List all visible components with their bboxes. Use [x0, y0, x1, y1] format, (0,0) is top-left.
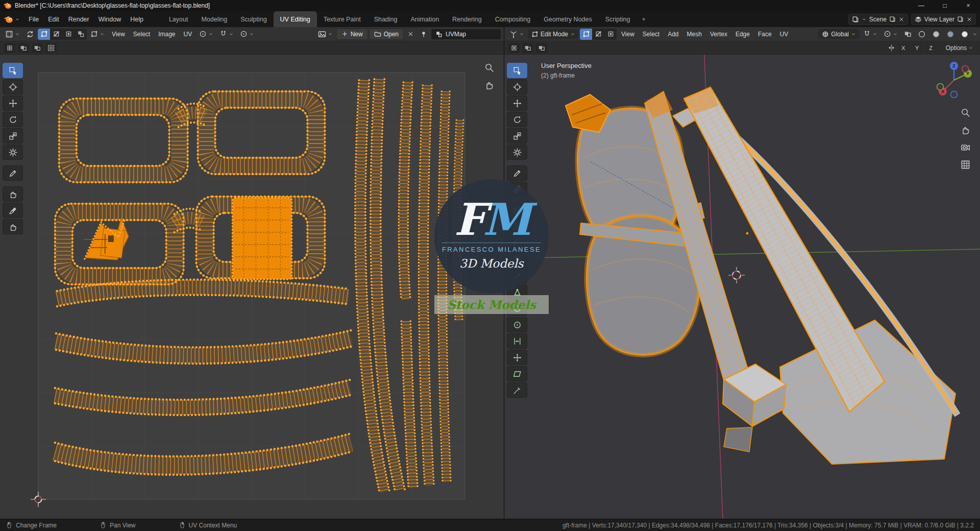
workspace-tab-geometry-nodes[interactable]: Geometry Nodes [537, 11, 598, 27]
vp-tool-knife[interactable] [507, 268, 527, 283]
browse-image-dropdown[interactable] [315, 29, 335, 40]
vp-tool-loop-cut[interactable] [507, 252, 527, 267]
minimize-button[interactable]: — [910, 0, 933, 11]
vp-tool-spin[interactable] [507, 301, 527, 316]
vp-tool-smooth[interactable] [507, 317, 527, 332]
vp-select-option-subtract[interactable] [536, 43, 547, 53]
vp-select-option-new[interactable] [508, 43, 520, 53]
menu-edit[interactable]: Edit [43, 11, 64, 27]
menu-window[interactable]: Window [94, 11, 126, 27]
uv-tool-annotate[interactable] [3, 165, 23, 181]
uv-map-selector[interactable]: UVMap [431, 29, 501, 40]
uv-tool-cursor[interactable] [3, 79, 23, 94]
uv-select-mode-face[interactable] [62, 29, 75, 40]
uv-tool-pinch-brush[interactable] [3, 219, 23, 234]
vp-menu-select[interactable]: Select [639, 29, 663, 39]
uv-editor-type-button[interactable] [3, 29, 22, 40]
uv-sticky-selection-dropdown[interactable] [88, 29, 107, 39]
mirror-x-toggle[interactable]: X [898, 43, 909, 53]
uv-menu-image[interactable]: Image [155, 29, 179, 39]
vp-tool-scale[interactable] [507, 128, 527, 143]
mesh-select-mode-vertex[interactable] [580, 29, 592, 40]
workspace-tab-rendering[interactable]: Rendering [446, 11, 488, 27]
vp-tool-rip-region[interactable] [507, 382, 527, 398]
workspace-tab-texture-paint[interactable]: Texture Paint [317, 11, 368, 27]
workspace-tab-modeling[interactable]: Modeling [194, 11, 234, 27]
vp-tool-poly-build[interactable] [507, 284, 527, 300]
vp-tool-move[interactable] [507, 95, 527, 111]
vp-snap-dropdown[interactable] [861, 29, 880, 39]
uv-tool-transform[interactable] [3, 144, 23, 160]
vp-tool-extrude-region[interactable] [507, 203, 527, 218]
vp-tool-select-box[interactable] [507, 63, 527, 78]
vp-menu-face[interactable]: Face [754, 29, 775, 39]
mesh-select-mode-edge[interactable] [592, 29, 604, 40]
uv-canvas[interactable] [0, 55, 504, 519]
uv-snap-dropdown[interactable] [217, 29, 236, 39]
uv-zoom-icon[interactable] [482, 61, 496, 74]
uv-menu-view[interactable]: View [108, 29, 129, 39]
gizmo-z-neg[interactable] [951, 91, 958, 98]
vp-ortho-toggle-icon[interactable] [959, 158, 972, 171]
uv-select-mode-island[interactable] [75, 29, 87, 40]
transform-orientation-dropdown[interactable]: Global [818, 29, 860, 39]
open-image-button[interactable]: Open [369, 29, 404, 40]
remove-view-layer-icon[interactable] [966, 16, 972, 22]
vp-menu-add[interactable]: Add [664, 29, 682, 39]
workspace-tab-uv-editing[interactable]: UV Editing [274, 11, 317, 27]
shading-material-button[interactable] [944, 29, 957, 40]
uv-select-option-subtract[interactable] [32, 43, 43, 53]
mesh-select-mode-face[interactable] [604, 29, 617, 40]
workspace-tab-sculpting[interactable]: Sculpting [234, 11, 273, 27]
mirror-z-toggle[interactable]: Z [925, 43, 937, 53]
uv-proportional-edit-dropdown[interactable] [237, 29, 257, 39]
menu-help[interactable]: Help [126, 11, 148, 27]
uv-menu-uv[interactable]: UV [180, 29, 196, 39]
new-view-layer-icon[interactable] [957, 16, 964, 22]
mirror-y-toggle[interactable]: Y [912, 43, 923, 53]
vp-tool-measure[interactable] [507, 182, 527, 197]
uv-select-option-extend[interactable] [18, 43, 29, 53]
vp-menu-uv[interactable]: UV [776, 29, 792, 39]
viewport-canvas[interactable]: User Perspective (2) gft-frame Z Y [504, 55, 980, 519]
uv-tool-move[interactable] [3, 95, 23, 111]
vp-tool-inset-faces[interactable] [507, 219, 527, 234]
uv-select-option-new[interactable] [4, 43, 15, 53]
uv-sync-selection-toggle[interactable] [23, 29, 37, 40]
vp-tool-cursor[interactable] [507, 79, 527, 94]
options-dropdown[interactable]: Options [943, 43, 976, 53]
viewport-editor-type-button[interactable] [507, 29, 527, 40]
navigation-gizmo[interactable]: Z Y X [934, 60, 974, 100]
vp-menu-edge[interactable]: Edge [732, 29, 753, 39]
vp-tool-rotate[interactable] [507, 112, 527, 127]
new-scene-icon[interactable] [889, 16, 896, 22]
vp-menu-mesh[interactable]: Mesh [683, 29, 705, 39]
pin-image-button[interactable] [418, 29, 430, 39]
add-workspace-button[interactable]: + [636, 11, 650, 27]
uv-tool-relax-brush[interactable] [3, 203, 23, 218]
new-image-button[interactable]: New [336, 29, 368, 40]
close-button[interactable]: × [957, 0, 980, 11]
uv-select-mode-edge[interactable] [50, 29, 62, 40]
workspace-tab-layout[interactable]: Layout [162, 11, 195, 27]
uv-pivot-dropdown[interactable] [197, 29, 216, 39]
uv-pan-hand-icon[interactable] [482, 78, 496, 91]
vp-camera-view-icon[interactable] [959, 140, 972, 154]
vp-tool-shear[interactable] [507, 366, 527, 381]
vp-tool-shrink-fatten[interactable] [507, 350, 527, 365]
vp-tool-annotate[interactable] [507, 165, 527, 181]
xray-toggle[interactable] [901, 29, 914, 39]
menu-render[interactable]: Render [64, 11, 94, 27]
blender-app-menu[interactable] [0, 11, 24, 27]
maximize-button[interactable]: □ [933, 0, 957, 11]
view-layer-selector[interactable]: View Layer [911, 14, 976, 25]
vp-tool-bevel[interactable] [507, 235, 527, 251]
unlink-scene-icon[interactable] [898, 16, 904, 22]
unlink-image-button[interactable] [405, 29, 416, 39]
shading-solid-button[interactable] [929, 29, 943, 40]
vp-proportional-edit-dropdown[interactable] [881, 29, 900, 39]
vp-zoom-icon[interactable] [959, 106, 972, 119]
vp-pan-hand-icon[interactable] [959, 123, 972, 136]
vp-menu-vertex[interactable]: Vertex [706, 29, 731, 39]
menu-file[interactable]: File [24, 11, 43, 27]
